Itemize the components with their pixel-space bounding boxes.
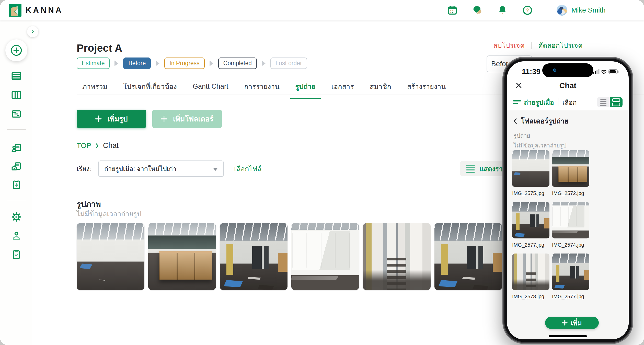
- tab-documents[interactable]: เอกสาร: [326, 81, 359, 99]
- chevron-right-icon: [30, 29, 36, 34]
- step-arrow-icon: [114, 61, 118, 66]
- phone-add-label: เพิ่ม: [571, 318, 582, 328]
- sort-select[interactable]: ถ่ายรูปเมื่อ: จากใหม่ไปเก่า: [98, 160, 224, 177]
- sidebar-item-card-view[interactable]: [11, 108, 22, 120]
- user-name: Mike Smith: [571, 6, 606, 14]
- phone-back-button[interactable]: โฟลเดอร์รูปถ่าย: [513, 116, 569, 126]
- sidebar-collapse-button[interactable]: [27, 26, 38, 37]
- sidebar-divider: [7, 129, 26, 130]
- photo-thumbnail[interactable]: [434, 223, 502, 290]
- tab-photos[interactable]: รูปถ่าย: [290, 81, 321, 99]
- status-pill-completed[interactable]: Completed: [218, 57, 257, 69]
- status-pill-estimate[interactable]: Estimate: [77, 57, 110, 69]
- phone-select-button[interactable]: เลือก: [562, 97, 577, 108]
- phone-sort-label: ถ่ายรูปเมื่อ: [524, 97, 554, 108]
- gallery-empty-note: ไม่มีข้อมูลเวลาถ่ายรูป: [77, 208, 141, 219]
- phone-photo-item[interactable]: IMG_2578.jpg: [512, 254, 549, 300]
- add-photo-button[interactable]: เพิ่มรูป: [77, 110, 146, 128]
- chat-button[interactable]: [472, 5, 482, 15]
- phone-photo-item[interactable]: IMG_2577.jpg: [512, 202, 549, 248]
- photo-thumbnail[interactable]: [77, 223, 144, 290]
- add-folder-button[interactable]: เพิ่มโฟลเดอร์: [152, 110, 222, 128]
- phone-photo-grid: IMG_2575.jpg IMG_2572.jpg IMG_2577.jpg I…: [512, 150, 625, 300]
- photo-thumbnail: [552, 202, 589, 238]
- app-window: KANNA: [0, 0, 644, 345]
- tab-create-report[interactable]: สร้างรายงาน: [402, 81, 451, 99]
- plus-icon: [562, 320, 568, 326]
- photo-thumbnail: [512, 150, 549, 187]
- phone-add-button[interactable]: เพิ่ม: [545, 317, 599, 329]
- photo-filename: IMG_2575.jpg: [512, 190, 549, 196]
- signal-icon: [593, 69, 600, 74]
- tab-overview[interactable]: ภาพรวม: [77, 81, 112, 99]
- breadcrumb: TOP Chat: [77, 141, 119, 150]
- sidebar-item-settings[interactable]: [11, 211, 22, 223]
- brand[interactable]: KANNA: [9, 4, 63, 17]
- list-view-toggle[interactable]: [597, 97, 610, 107]
- delete-project-link[interactable]: ลบโปรเจค: [493, 40, 525, 51]
- calendar-button[interactable]: [447, 5, 457, 15]
- phone-photo-item[interactable]: IMG_2574.jpg: [552, 202, 589, 248]
- tab-related-projects[interactable]: โปรเจกที่เกี่ยวข้อง: [118, 81, 182, 99]
- status-pill-lost-order[interactable]: Lost order: [270, 57, 307, 69]
- select-files-link[interactable]: เลือกไฟล์: [234, 163, 262, 174]
- add-photo-label: เพิ่มรูป: [107, 113, 128, 124]
- step-arrow-icon: [262, 61, 266, 66]
- svg-text:?: ?: [526, 7, 529, 14]
- tab-gantt-chart[interactable]: Gantt Chart: [188, 81, 234, 99]
- home-indicator[interactable]: [549, 335, 587, 337]
- step-arrow-icon: [156, 61, 159, 66]
- sidebar-item-board-view[interactable]: [11, 89, 22, 101]
- phone-status-icons: [593, 68, 619, 76]
- copy-project-link[interactable]: คัดลอกโปรเจค: [538, 40, 583, 51]
- sort-select-value: ถ่ายรูปเมื่อ: จากใหม่ไปเก่า: [104, 164, 176, 174]
- phone-photo-item[interactable]: IMG_2572.jpg: [552, 150, 589, 196]
- help-button[interactable]: ?: [522, 5, 533, 15]
- grid-view-toggle[interactable]: [610, 97, 623, 107]
- photo-filename: IMG_2574.jpg: [552, 242, 589, 248]
- chevron-right-icon: [95, 143, 99, 148]
- list-icon: [600, 99, 606, 106]
- tab-reporting[interactable]: การรายงาน: [239, 81, 285, 99]
- status-pill-before[interactable]: Before: [123, 57, 151, 69]
- phone-photo-item[interactable]: IMG_2577.jpg: [552, 254, 589, 300]
- phone-toolbar: ถ่ายรูปเมื่อ เลือก: [507, 94, 629, 110]
- photo-thumbnail[interactable]: [363, 223, 431, 290]
- phone-photo-item[interactable]: IMG_2575.jpg: [512, 150, 549, 196]
- phone-page-title: Chat: [507, 81, 629, 90]
- photo-filename: IMG_2577.jpg: [552, 294, 589, 300]
- notifications-button[interactable]: [497, 5, 508, 15]
- card-icon: [11, 108, 22, 120]
- step-arrow-icon: [210, 61, 213, 66]
- phone-empty-note: ไม่มีข้อมูลเวลาถ่ายรูป: [514, 141, 566, 150]
- photo-thumbnail[interactable]: [220, 223, 288, 290]
- view-toggle: [597, 97, 623, 107]
- breadcrumb-top-link[interactable]: TOP: [77, 142, 91, 150]
- user-menu[interactable]: Mike Smith: [555, 0, 607, 20]
- photo-thumbnail[interactable]: [291, 223, 359, 290]
- chevron-left-icon: [513, 118, 518, 124]
- header-divider: [548, 0, 548, 20]
- photo-thumbnail[interactable]: [148, 223, 216, 290]
- sidebar-item-sites[interactable]: [11, 161, 22, 173]
- sidebar-item-project-list[interactable]: [11, 70, 22, 82]
- tab-members[interactable]: สมาชิก: [365, 81, 396, 99]
- sidebar-item-clients[interactable]: [11, 142, 22, 154]
- phone-group-label: รูปถ่าย: [514, 131, 530, 140]
- status-pill-in-progress[interactable]: In Progress: [164, 57, 205, 69]
- sidebar-item-download-app[interactable]: [11, 179, 22, 191]
- battery-icon: [609, 70, 618, 74]
- avatar: [557, 5, 567, 16]
- links-divider: [531, 42, 532, 49]
- columns-icon: [11, 89, 22, 101]
- project-actions: ลบโปรเจค คัดลอกโปรเจค: [493, 40, 583, 51]
- sidebar: [0, 20, 33, 345]
- sort-icon: [513, 100, 521, 104]
- add-new-button[interactable]: [5, 39, 27, 61]
- house-document-icon: [11, 161, 22, 172]
- sidebar-item-tasks[interactable]: [11, 249, 22, 261]
- sidebar-item-profile[interactable]: [11, 230, 22, 242]
- status-stepper: Estimate Before In Progress Completed Lo…: [77, 57, 307, 69]
- phone-sort-button[interactable]: ถ่ายรูปเมื่อ: [513, 97, 554, 108]
- phone-screen: 11:39: [507, 61, 629, 339]
